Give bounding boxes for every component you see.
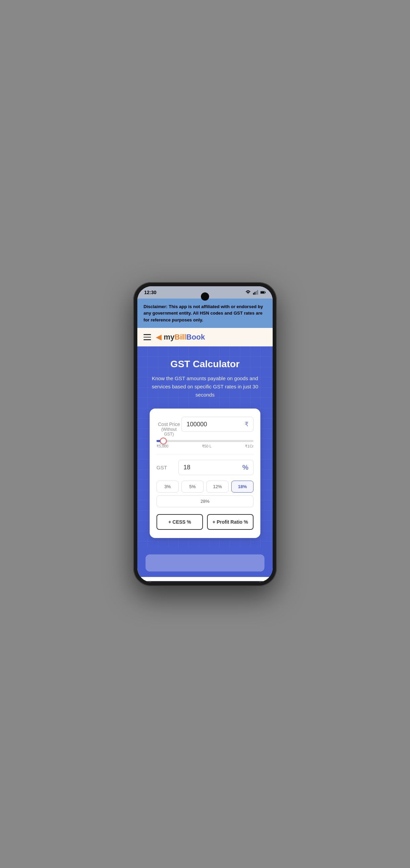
svg-rect-6: [261, 291, 264, 293]
slider-label-mid: ₹50 L: [202, 444, 211, 449]
scroll-content[interactable]: Disclaimer: This app is not affiliated w…: [137, 299, 273, 582]
logo-book: Book: [186, 333, 205, 341]
logo-text: myBillBook: [164, 333, 205, 342]
hero-subtitle: Know the GST amounts payable on goods an…: [150, 374, 260, 399]
cost-price-row: Cost Price (Without GST) 100000 ₹: [156, 417, 254, 437]
app-header: ◀ myBillBook: [137, 328, 273, 346]
battery-icon: [260, 290, 266, 295]
gst-label: GST: [156, 465, 167, 470]
camera-notch: [201, 292, 209, 301]
gst-preset-buttons: 3% 5% 12% 18% 28%: [156, 481, 254, 507]
app-logo: ◀ myBillBook: [156, 333, 205, 342]
hamburger-menu-button[interactable]: [144, 334, 151, 340]
status-time: 12:30: [144, 290, 156, 295]
gst-row: GST 18 %: [156, 460, 254, 475]
gst-btn-3[interactable]: 3%: [156, 481, 179, 493]
divider-1: [156, 454, 254, 454]
profit-ratio-button[interactable]: + Profit Ratio %: [207, 514, 254, 530]
logo-arrow-icon: ◀: [156, 333, 162, 342]
gst-btn-28[interactable]: 28%: [156, 495, 254, 507]
disclaimer-text: Disclaimer: This app is not affiliated w…: [144, 303, 266, 323]
gst-btn-18[interactable]: 18%: [231, 481, 254, 493]
slider-label-min: ₹5,000: [156, 444, 168, 449]
svg-rect-3: [257, 290, 258, 294]
status-bar: 12:30: [137, 286, 273, 299]
svg-rect-2: [256, 291, 257, 295]
slider-track: [156, 440, 254, 442]
blue-footer-area: [137, 548, 273, 577]
try-mybillbook-button[interactable]: Try myBillBook: [143, 581, 267, 582]
gst-input[interactable]: 18 %: [178, 460, 254, 475]
svg-rect-0: [253, 293, 254, 294]
gst-value: 18: [183, 464, 190, 471]
cost-price-value: 100000: [187, 421, 207, 428]
status-icons: [245, 290, 266, 295]
cta-section: Try myBillBook: [137, 577, 273, 582]
svg-rect-1: [255, 292, 256, 294]
calculator-card: Cost Price (Without GST) 100000 ₹: [150, 409, 260, 538]
wifi-icon: [245, 290, 251, 295]
logo-bill: Bill: [175, 333, 186, 341]
cost-price-input[interactable]: 100000 ₹: [181, 417, 254, 432]
logo-my: my: [164, 333, 175, 341]
hamburger-line-3: [144, 339, 151, 340]
phone-screen: 12:30 Disclaimer: This app is not affili…: [137, 286, 273, 582]
slider-thumb[interactable]: [160, 438, 167, 444]
add-buttons: + CESS % + Profit Ratio %: [156, 514, 254, 530]
percent-icon: %: [242, 464, 248, 471]
disclaimer-banner: Disclaimer: This app is not affiliated w…: [137, 299, 273, 328]
cess-button[interactable]: + CESS %: [156, 514, 203, 530]
hero-section: GST Calculator Know the GST amounts paya…: [137, 346, 273, 548]
cost-price-sublabel: (Without GST): [156, 427, 181, 437]
svg-rect-5: [265, 292, 266, 293]
slider-label-max: ₹1Cr: [245, 444, 254, 449]
phone-shell: 12:30 Disclaimer: This app is not affili…: [133, 282, 277, 586]
cost-price-label-group: Cost Price (Without GST): [156, 417, 181, 437]
gst-btn-12[interactable]: 12%: [206, 481, 229, 493]
gst-btn-5[interactable]: 5%: [181, 481, 204, 493]
signal-icon: [253, 290, 258, 295]
rupee-icon: ₹: [245, 421, 248, 428]
hero-title: GST Calculator: [146, 359, 264, 370]
cost-price-slider[interactable]: ₹5,000 ₹50 L ₹1Cr: [156, 440, 254, 449]
cost-price-label: Cost Price: [156, 417, 181, 427]
result-preview: [146, 554, 264, 571]
slider-labels: ₹5,000 ₹50 L ₹1Cr: [156, 444, 254, 449]
hamburger-line-2: [144, 337, 151, 338]
hamburger-line-1: [144, 334, 151, 335]
